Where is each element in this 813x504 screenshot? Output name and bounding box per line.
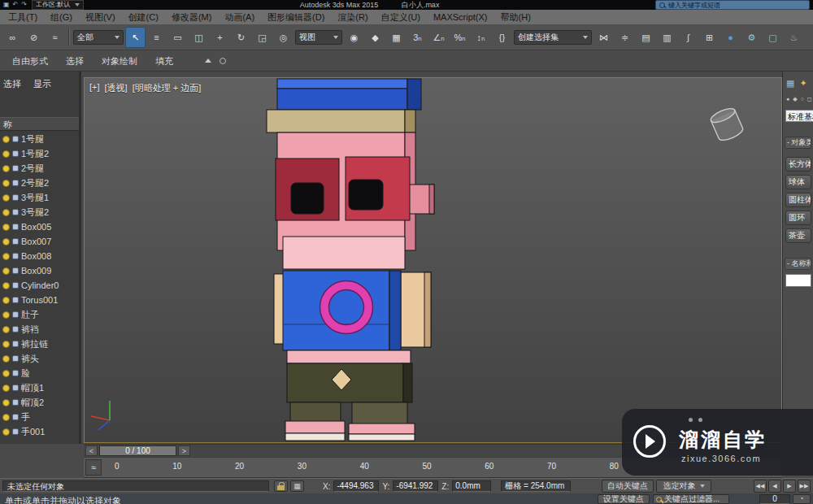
menu-item[interactable]: MAXScript(X) — [427, 10, 494, 24]
visibility-bulb-icon[interactable] — [2, 385, 10, 392]
time-slider-handle[interactable]: 0 / 100 — [99, 445, 176, 456]
quick-access-icon[interactable]: ▣ — [3, 0, 10, 10]
select-object-button[interactable]: ↖ — [125, 27, 146, 48]
character-model[interactable] — [267, 79, 434, 441]
category-icon[interactable]: ◆ — [793, 96, 797, 102]
menu-item[interactable]: 图形编辑器(D) — [261, 10, 331, 24]
quick-access-icon[interactable]: ↷ — [21, 0, 27, 10]
visibility-bulb-icon[interactable] — [2, 194, 10, 202]
visibility-bulb-icon[interactable] — [2, 399, 10, 406]
primitive-button[interactable]: 圆柱体 — [785, 193, 811, 207]
name-color-rollout[interactable]: - 名称和颜色 — [785, 258, 811, 270]
z-coordinate-field[interactable]: 0.0mm — [452, 480, 491, 492]
bind-to-space-warp-button[interactable]: ≈ — [45, 27, 65, 48]
ribbon-tab[interactable]: 填充 — [146, 51, 182, 71]
visibility-bulb-icon[interactable] — [2, 341, 10, 348]
align-button[interactable]: ≑ — [615, 27, 635, 48]
x-coordinate-field[interactable]: -4494.963 — [333, 480, 379, 492]
visibility-bulb-icon[interactable] — [2, 297, 10, 304]
render-setup-button[interactable]: ⚙ — [741, 27, 762, 48]
y-coordinate-field[interactable]: -6941.992 — [393, 480, 438, 492]
selection-lock-toggle[interactable] — [274, 480, 288, 492]
scene-explorer-menu-item[interactable]: 显示 — [33, 78, 51, 90]
explorer-item[interactable]: Box007 — [0, 234, 79, 249]
scene-explorer-menu-item[interactable]: 选择 — [3, 78, 21, 90]
percent-snap-toggle[interactable]: %ₙ — [450, 27, 470, 48]
menu-item[interactable]: 动画(A) — [218, 10, 261, 24]
curve-editor-button[interactable]: ∫ — [678, 27, 698, 48]
explorer-item[interactable]: 裤裆 — [0, 322, 79, 337]
angle-snap-toggle[interactable]: ∠ₙ — [428, 27, 449, 48]
primitive-button[interactable]: 球体 — [785, 175, 811, 189]
ribbon-tab[interactable]: 选择 — [57, 51, 93, 71]
visibility-bulb-icon[interactable] — [2, 311, 10, 319]
visibility-bulb-icon[interactable] — [2, 370, 10, 377]
explorer-item[interactable]: 3号腿1 — [0, 190, 79, 205]
set-key-button[interactable]: 设置关键点 — [598, 494, 650, 504]
menu-item[interactable]: 渲染(R) — [331, 10, 374, 24]
viewport-pov-menu[interactable]: [透视] — [105, 82, 128, 94]
explorer-item[interactable]: 2号腿 — [0, 161, 79, 176]
visibility-bulb-icon[interactable] — [2, 150, 10, 158]
select-and-rotate-button[interactable]: ↻ — [231, 27, 251, 48]
visibility-bulb-icon[interactable] — [2, 209, 10, 216]
workspace-dropdown[interactable]: 工作区:默认 — [32, 0, 84, 10]
edit-named-selection-sets-button[interactable]: {} — [492, 27, 512, 48]
schematic-view-button[interactable]: ⊞ — [699, 27, 720, 48]
menu-item[interactable]: 修改器(M) — [165, 10, 219, 24]
explorer-item[interactable]: 肚子 — [0, 307, 79, 322]
modify-tab-icon[interactable]: ▦ — [786, 78, 794, 89]
explorer-item[interactable]: 3号腿2 — [0, 205, 79, 219]
character-cap[interactable] — [277, 79, 421, 110]
explorer-item[interactable]: Torus001 — [0, 293, 79, 307]
visibility-bulb-icon[interactable] — [2, 180, 10, 187]
infocenter-search-input[interactable]: 键入关键字或短语 — [655, 0, 810, 10]
named-selection-sets-dropdown[interactable]: 创建选择集 — [514, 30, 592, 45]
menu-item[interactable]: 创建(C) — [122, 10, 165, 24]
window-crossing-toggle[interactable]: ◫ — [189, 27, 209, 48]
material-editor-button[interactable]: ● — [720, 27, 741, 48]
mini-curve-editor-button[interactable]: ≈ — [85, 459, 102, 476]
object-name-field[interactable] — [785, 274, 811, 287]
explorer-item[interactable]: 2号腿2 — [0, 176, 79, 190]
explorer-item[interactable]: Box009 — [0, 263, 79, 278]
explorer-item[interactable]: Box005 — [0, 219, 79, 234]
primitive-button[interactable]: 茶壶 — [785, 228, 811, 243]
visibility-bulb-icon[interactable] — [2, 414, 10, 421]
object-type-rollout[interactable]: - 对象类型 — [785, 137, 811, 149]
playback-button[interactable]: ◀◀ — [754, 480, 767, 493]
explorer-item[interactable]: 手001 — [0, 424, 79, 439]
selection-filter-dropdown[interactable]: 全部 — [73, 30, 124, 45]
select-and-place-button[interactable]: ◎ — [273, 27, 293, 48]
name-column-header[interactable]: 称 — [0, 117, 79, 131]
select-by-name-button[interactable]: ≡ — [146, 27, 167, 48]
viewport-canvas[interactable] — [85, 78, 781, 442]
character-hat-brim[interactable] — [267, 110, 415, 133]
explorer-item[interactable]: 1号腿 — [0, 132, 79, 146]
explorer-item[interactable]: 帽顶1 — [0, 380, 79, 395]
visibility-bulb-icon[interactable] — [2, 326, 10, 333]
auto-key-button[interactable]: 自动关键点 — [602, 480, 654, 493]
select-and-link-button[interactable]: ∞ — [2, 27, 23, 48]
select-and-manipulate-button[interactable]: ◆ — [365, 27, 385, 48]
explorer-item[interactable]: 裤头 — [0, 351, 79, 366]
ribbon-minimize-icon[interactable] — [205, 59, 211, 63]
primitive-button[interactable]: 长方体 — [785, 157, 811, 172]
menu-item[interactable]: 组(G) — [44, 10, 79, 24]
viewport-shading-menu[interactable]: [明暗处理 + 边面] — [133, 82, 202, 94]
menu-item[interactable]: 工具(T) — [2, 10, 44, 24]
primitive-button[interactable]: 圆环 — [785, 211, 811, 225]
time-configuration-button[interactable]: ◔ — [793, 494, 811, 504]
visibility-bulb-icon[interactable] — [2, 224, 10, 231]
category-icon[interactable]: ◻ — [807, 96, 812, 102]
playback-button[interactable]: ▶▶ — [798, 480, 811, 493]
next-frame-button[interactable]: > — [178, 445, 190, 456]
ribbon-config-icon[interactable] — [220, 58, 226, 64]
ribbon-tab[interactable]: 自由形式 — [3, 51, 57, 71]
keyboard-shortcut-override-toggle[interactable]: ▦ — [386, 27, 406, 48]
create-tab-icon[interactable]: ✦ — [799, 78, 806, 89]
explorer-item[interactable]: 裤拉链 — [0, 337, 79, 351]
spinner-snap-toggle[interactable]: ↕ₙ — [471, 27, 491, 48]
explorer-item[interactable]: 帽顶2 — [0, 395, 79, 410]
current-frame-field[interactable]: 0 — [759, 494, 790, 504]
